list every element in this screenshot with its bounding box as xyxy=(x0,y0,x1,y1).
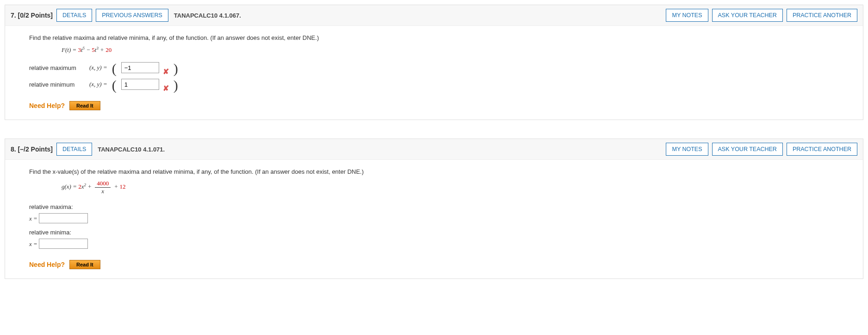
question-formula: g(x) = 2x2 + 4000x + 12 xyxy=(62,180,844,195)
question-8: 8. [–/2 Points] DETAILS TANAPCALC10 4.1.… xyxy=(5,139,863,279)
details-button[interactable]: DETAILS xyxy=(56,143,92,156)
question-header: 7. [0/2 Points] DETAILS PREVIOUS ANSWERS… xyxy=(5,5,863,26)
q-num-text: 8. xyxy=(11,145,16,153)
question-7: 7. [0/2 Points] DETAILS PREVIOUS ANSWERS… xyxy=(5,5,863,120)
xy-equals: (x, y) = xyxy=(89,81,107,88)
ask-teacher-button[interactable]: ASK YOUR TEACHER xyxy=(712,143,783,156)
open-paren: ( xyxy=(112,64,117,73)
incorrect-icon: ✘ xyxy=(163,67,169,76)
close-paren: ) xyxy=(174,64,178,73)
rel-min-input[interactable] xyxy=(121,79,159,90)
question-body: Find the x-value(s) of the relative maxi… xyxy=(5,160,863,278)
header-right: MY NOTES ASK YOUR TEACHER PRACTICE ANOTH… xyxy=(666,143,857,156)
rel-maxima-input[interactable] xyxy=(39,213,88,223)
practice-another-button[interactable]: PRACTICE ANOTHER xyxy=(787,9,857,22)
question-number: 8. [–/2 Points] xyxy=(11,145,53,153)
help-row: Need Help? Read It xyxy=(29,260,844,269)
read-it-button[interactable]: Read It xyxy=(69,260,100,269)
question-reference: TANAPCALC10 4.1.071. xyxy=(98,146,165,153)
read-it-button[interactable]: Read It xyxy=(69,101,100,110)
rel-max-label: relative maximum xyxy=(29,64,85,71)
question-body: Find the relative maxima and relative mi… xyxy=(5,26,863,120)
help-row: Need Help? Read It xyxy=(29,101,844,110)
rel-minima-row: x = xyxy=(29,239,844,249)
xy-equals: (x, y) = xyxy=(89,64,107,71)
question-formula: F(t) = 3t5 − 5t3 + 20 xyxy=(62,46,844,54)
q-points: [–/2 Points] xyxy=(18,145,53,153)
rel-minima-input[interactable] xyxy=(39,239,88,249)
open-paren: ( xyxy=(112,81,117,89)
rel-maxima-label: relative maxima: xyxy=(29,203,844,210)
relative-minimum-row: relative minimum (x, y) = ( ✘ ) xyxy=(29,79,844,90)
my-notes-button[interactable]: MY NOTES xyxy=(666,9,708,22)
previous-answers-button[interactable]: PREVIOUS ANSWERS xyxy=(96,9,168,22)
question-prompt: Find the x-value(s) of the relative maxi… xyxy=(29,168,844,175)
header-left: 7. [0/2 Points] DETAILS PREVIOUS ANSWERS… xyxy=(11,9,666,22)
rel-maxima-row: x = xyxy=(29,213,844,223)
question-header: 8. [–/2 Points] DETAILS TANAPCALC10 4.1.… xyxy=(5,139,863,160)
practice-another-button[interactable]: PRACTICE ANOTHER xyxy=(787,143,857,156)
rel-max-input[interactable] xyxy=(121,62,159,73)
rel-min-label: relative minimum xyxy=(29,81,85,88)
close-paren: ) xyxy=(174,81,178,89)
q-points: [0/2 Points] xyxy=(18,12,53,19)
details-button[interactable]: DETAILS xyxy=(56,9,92,22)
q-num-text: 7. xyxy=(11,12,16,19)
need-help-label: Need Help? xyxy=(29,102,65,109)
x-equals: x = xyxy=(29,215,37,222)
x-equals: x = xyxy=(29,240,37,247)
ask-teacher-button[interactable]: ASK YOUR TEACHER xyxy=(712,9,783,22)
header-right: MY NOTES ASK YOUR TEACHER PRACTICE ANOTH… xyxy=(666,9,857,22)
rel-minima-label: relative minima: xyxy=(29,229,844,236)
question-number: 7. [0/2 Points] xyxy=(11,12,53,19)
relative-maximum-row: relative maximum (x, y) = ( ✘ ) xyxy=(29,62,844,73)
my-notes-button[interactable]: MY NOTES xyxy=(666,143,708,156)
question-reference: TANAPCALC10 4.1.067. xyxy=(174,12,241,19)
question-prompt: Find the relative maxima and relative mi… xyxy=(29,34,844,41)
header-left: 8. [–/2 Points] DETAILS TANAPCALC10 4.1.… xyxy=(11,143,666,156)
need-help-label: Need Help? xyxy=(29,261,65,268)
incorrect-icon: ✘ xyxy=(163,84,169,93)
